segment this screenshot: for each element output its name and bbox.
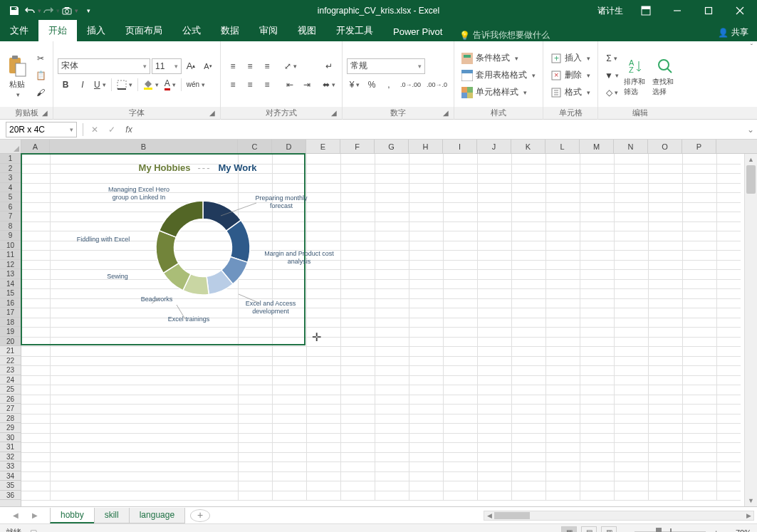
sheet-tab[interactable]: hobby [50, 508, 95, 523]
row-header[interactable]: 20 [0, 337, 21, 347]
percent-icon[interactable]: % [364, 77, 380, 93]
wrap-text-icon[interactable]: ↵ [320, 58, 338, 74]
vertical-scrollbar[interactable]: ▲ ▼ [744, 154, 757, 506]
column-header[interactable]: G [375, 140, 409, 153]
clipboard-launcher-icon[interactable]: ◢ [40, 109, 50, 119]
paste-button[interactable]: 粘贴 [4, 44, 30, 106]
tab-insert[interactable]: 插入 [77, 20, 115, 41]
scroll-up-icon[interactable]: ▲ [745, 154, 757, 165]
new-sheet-button[interactable]: + [190, 509, 210, 522]
zoom-thumb[interactable] [656, 528, 662, 533]
expand-formula-bar-icon[interactable]: ⌄ [744, 122, 757, 137]
alignment-launcher-icon[interactable]: ◢ [329, 109, 339, 119]
donut-chart[interactable]: My Hobbies --- My Work Preparing monthly… [75, 162, 320, 340]
worksheet-grid[interactable]: 1234567891011121314151617181920212223242… [0, 154, 757, 506]
row-header[interactable]: 29 [0, 423, 21, 433]
sort-filter-button[interactable]: AZ 排序和筛选 [624, 44, 649, 106]
fx-icon[interactable]: fx [120, 122, 137, 137]
scroll-down-icon[interactable]: ▼ [745, 495, 757, 506]
find-select-button[interactable]: 查找和选择 [652, 44, 678, 106]
bold-icon[interactable]: B [58, 77, 73, 93]
sheet-prev-icon[interactable]: ◀ [13, 511, 19, 519]
conditional-format-button[interactable]: 条件格式 [459, 51, 538, 66]
column-header[interactable]: P [682, 140, 716, 153]
delete-cells-button[interactable]: ×删除 [548, 68, 593, 83]
row-header[interactable]: 30 [0, 433, 21, 443]
format-as-table-button[interactable]: 套用表格格式 [459, 68, 538, 83]
column-header[interactable]: O [648, 140, 682, 153]
format-painter-icon[interactable]: 🖌 [33, 85, 48, 100]
column-header[interactable]: A [21, 140, 50, 153]
autosum-icon[interactable]: Σ [602, 51, 621, 66]
row-header[interactable]: 6 [0, 202, 21, 212]
tab-developer[interactable]: 开发工具 [326, 20, 383, 41]
close-icon[interactable] [726, 0, 754, 21]
underline-icon[interactable]: U [92, 77, 108, 93]
row-header[interactable]: 12 [0, 260, 21, 270]
tab-view[interactable]: 视图 [288, 20, 326, 41]
cell-styles-button[interactable]: 单元格样式 [459, 85, 538, 100]
row-header[interactable]: 26 [0, 395, 21, 405]
column-header[interactable]: M [580, 140, 614, 153]
merge-center-icon[interactable]: ⬌ [320, 77, 338, 93]
fill-icon[interactable]: ▼ [602, 68, 621, 83]
copy-icon[interactable]: 📋 [33, 68, 48, 83]
row-header[interactable]: 32 [0, 452, 21, 462]
font-launcher-icon[interactable]: ◢ [207, 109, 217, 119]
cells-area[interactable]: My Hobbies --- My Work Preparing monthly… [21, 154, 744, 506]
tab-page-layout[interactable]: 页面布局 [115, 20, 172, 41]
column-header[interactable]: K [511, 140, 545, 153]
column-header[interactable]: L [545, 140, 580, 153]
row-header[interactable]: 22 [0, 356, 21, 366]
row-header[interactable]: 33 [0, 461, 21, 471]
number-launcher-icon[interactable]: ◢ [441, 109, 451, 119]
vscroll-thumb[interactable] [746, 165, 756, 194]
align-center-icon[interactable]: ≡ [242, 77, 258, 93]
zoom-in-icon[interactable]: + [714, 528, 719, 533]
tell-me-search[interactable]: 💡 告诉我你想要做什么 [459, 29, 550, 41]
number-format-combo[interactable]: 常规▾ [347, 58, 425, 74]
cut-icon[interactable]: ✂ [33, 51, 48, 66]
tab-review[interactable]: 审阅 [249, 20, 288, 41]
scroll-left-icon[interactable]: ◀ [484, 511, 494, 520]
name-box[interactable]: 20R x 4C▾ [6, 122, 77, 137]
row-header[interactable]: 13 [0, 269, 21, 279]
currency-icon[interactable]: ¥ [347, 77, 362, 93]
tab-file[interactable]: 文件 [0, 20, 38, 41]
row-header[interactable]: 4 [0, 183, 21, 193]
row-header[interactable]: 1 [0, 154, 21, 164]
save-icon[interactable] [6, 2, 23, 19]
orientation-icon[interactable]: ⤢ [282, 58, 299, 74]
row-header[interactable]: 27 [0, 404, 21, 414]
decrease-decimal-icon[interactable]: .00→.0 [424, 77, 449, 93]
row-header[interactable]: 34 [0, 471, 21, 481]
scroll-right-icon[interactable]: ▶ [743, 511, 753, 520]
align-bottom-icon[interactable]: ≡ [259, 58, 275, 74]
enter-formula-icon[interactable]: ✓ [103, 122, 120, 137]
cancel-formula-icon[interactable]: ✕ [86, 122, 103, 137]
row-header[interactable]: 16 [0, 298, 21, 308]
increase-font-icon[interactable]: A▴ [183, 58, 199, 74]
ribbon-display-icon[interactable] [632, 0, 660, 21]
qat-customize-icon[interactable]: ▾ [80, 2, 97, 19]
page-break-view-icon[interactable]: ▥ [601, 526, 617, 533]
column-header[interactable]: N [614, 140, 648, 153]
row-header[interactable]: 11 [0, 250, 21, 260]
row-header[interactable]: 24 [0, 375, 21, 385]
minimize-icon[interactable] [663, 0, 691, 21]
row-header[interactable]: 17 [0, 308, 21, 318]
row-header[interactable]: 35 [0, 481, 21, 491]
sheet-tab[interactable]: language [129, 508, 185, 523]
clear-icon[interactable]: ◇ [602, 85, 621, 100]
row-header[interactable]: 9 [0, 231, 21, 241]
font-size-combo[interactable]: 11▾ [152, 58, 182, 74]
decrease-indent-icon[interactable]: ⇤ [282, 77, 298, 93]
row-header[interactable]: 10 [0, 241, 21, 251]
column-header[interactable]: F [340, 140, 375, 153]
select-all-button[interactable] [0, 140, 21, 153]
row-header[interactable]: 15 [0, 288, 21, 298]
collapse-ribbon-icon[interactable]: ˇ [749, 42, 754, 53]
font-color-icon[interactable]: A [162, 77, 178, 93]
fill-color-icon[interactable] [141, 77, 161, 93]
phonetic-icon[interactable]: wén [184, 77, 207, 93]
